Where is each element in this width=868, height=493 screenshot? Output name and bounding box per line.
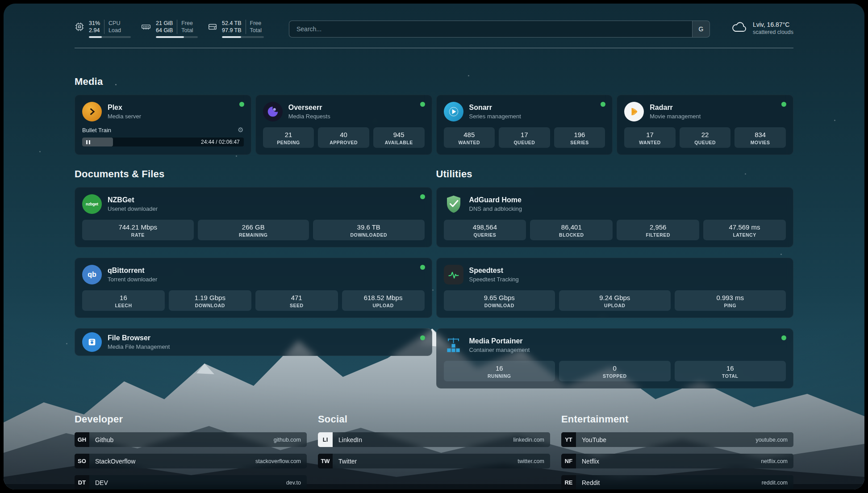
cpu-load: 2.94 [89,27,100,34]
stat-label: LATENCY [705,232,784,238]
bookmark-name: DEV [95,479,108,486]
bookmark-group-entertainment: Entertainment YT YouTube youtube.com NF … [561,414,793,489]
bookmark-youtube[interactable]: YT YouTube youtube.com [561,432,793,447]
pause-icon[interactable] [86,140,90,144]
app-card-filebrowser[interactable]: File Browser Media File Management [75,328,432,356]
app-name: Sonarr [469,103,521,112]
cpu-percent: 31% [89,20,100,27]
app-card-sonarr[interactable]: Sonarr Series management 485 WANTED 17 Q… [436,95,613,155]
app-card-speedtest[interactable]: Speedtest Speedtest Tracking 9.65 Gbps D… [436,258,794,318]
app-subtitle: Media server [108,113,141,120]
cpu-label-bottom: Load [108,27,121,34]
app-name: Overseerr [288,103,330,112]
stat-value: 266 GB [200,223,308,231]
disk-icon [208,22,217,33]
status-dot [781,102,786,107]
bookmark-github[interactable]: GH Github github.com [75,432,307,447]
now-playing-widget: Bullet Train ⚙ 24:44 / 02:06:47 [82,126,244,146]
stat-value: 1.19 Gbps [171,293,250,302]
app-name: Radarr [650,103,701,112]
stat-label: WANTED [626,140,674,145]
stat: 0 STOPPED [559,361,671,381]
stat-value: 39.6 TB [315,223,423,231]
gear-icon[interactable]: ⚙ [238,126,243,134]
app-subtitle: Speedtest Tracking [469,276,519,283]
bookmark-reddit[interactable]: RE Reddit reddit.com [561,475,793,489]
section-utilities: Utilities AdGuard Home DNS and adblockin… [436,168,794,389]
bookmark-group-social: Social LI LinkedIn linkedin.com TW Twitt… [318,414,550,489]
bookmark-linkedin[interactable]: LI LinkedIn linkedin.com [318,432,550,447]
weather-condition: scattered clouds [753,29,793,35]
ram-label-bottom: Total [181,27,193,34]
stat-label: DOWNLOADED [315,232,423,238]
stat-value: 86,401 [532,223,611,231]
stat-label: PENDING [265,140,313,145]
weather-widget: Lviv, 16.87°C scattered clouds [731,21,793,36]
header-divider [75,48,793,48]
app-subtitle: Movie management [650,113,701,120]
portainer-icon [444,335,463,355]
cloud-icon [731,21,747,36]
app-name: File Browser [108,334,170,343]
stat-value: 834 [736,130,784,139]
bookmark-group-developer: Developer GH Github github.com SO StackO… [75,414,307,489]
stat: 22 QUEUED [680,127,731,148]
stat-label: RUNNING [446,373,554,379]
ram-usage-bar [156,36,198,38]
app-card-nzbget[interactable]: nzbget NZBGet Usenet downloader 744.21 M… [75,187,432,247]
stat-label: REMAINING [200,232,308,238]
app-card-radarr[interactable]: Radarr Movie management 17 WANTED 22 QUE… [617,95,793,155]
radarr-icon [624,102,644,121]
bookmark-name: LinkedIn [338,436,362,443]
bookmark-stackoverflow[interactable]: SO StackOverflow stackoverflow.com [75,454,307,468]
app-name: Speedtest [469,266,519,275]
stat-label: MOVIES [736,140,784,145]
app-card-qbittorrent[interactable]: qb qBittorrent Torrent downloader 16 [75,258,432,318]
app-card-adguard[interactable]: AdGuard Home DNS and adblocking 498,564 … [436,187,794,247]
stat-label: QUEUED [501,140,548,145]
stat: 2,956 FILTERED [617,220,699,240]
section-title-utilities: Utilities [436,168,794,180]
disk-widget: 52.4 TB 97.9 TB Free Total [208,20,264,38]
search-engine-button[interactable]: G [692,21,709,37]
stat-value: 744.21 Mbps [84,223,192,231]
bookmark-twitter[interactable]: TW Twitter twitter.com [318,454,550,468]
stat-value: 17 [626,130,674,139]
disk-label-bottom: Total [250,27,262,34]
playback-progress-bar[interactable]: 24:44 / 02:06:47 [82,138,244,146]
status-dot [781,335,786,340]
app-card-plex[interactable]: Plex Media server Bullet Train ⚙ [75,95,251,155]
stat-value: 0 [561,364,669,372]
bookmark-netflix[interactable]: NF Netflix netflix.com [561,454,793,468]
stat-value: 21 [265,130,313,139]
stat: 17 QUEUED [499,127,550,148]
status-dot [420,102,425,107]
section-documents: Documents & Files nzbget NZBGet Usenet d… [75,168,432,356]
ram-total: 64 GiB [156,27,173,34]
app-card-portainer[interactable]: Media Portainer Container management 16 … [436,328,794,389]
dashboard-page: 31% 2.94 CPU Load [4,4,864,489]
app-name: Media Portainer [469,337,530,346]
app-subtitle: Container management [469,346,530,354]
weather-location: Lviv, 16.87°C [753,21,793,28]
status-dot [420,194,425,199]
stackoverflow-icon: SO [75,454,89,468]
bookmark-name: Twitter [338,458,357,465]
ram-free: 21 GiB [156,20,173,27]
speedtest-icon [444,265,463,284]
status-dot [420,335,425,340]
stat-value: 0.993 ms [676,293,785,302]
stat-label: UPLOAD [561,303,669,308]
bookmark-dev[interactable]: DT DEV dev.to [75,475,307,489]
search-input[interactable] [289,25,692,33]
app-subtitle: Torrent downloader [108,276,157,283]
stat: 471 SEED [255,290,338,311]
bookmark-name: Netflix [582,458,599,465]
dev-icon: DT [75,475,89,489]
stat-value: 40 [320,130,367,139]
now-playing-title: Bullet Train [82,127,111,134]
stat-label: DOWNLOAD [446,303,554,308]
app-card-overseerr[interactable]: Overseerr Media Requests 21 PENDING 40 A… [255,95,432,155]
app-subtitle: Media Requests [288,113,330,120]
netflix-icon: NF [561,454,576,468]
